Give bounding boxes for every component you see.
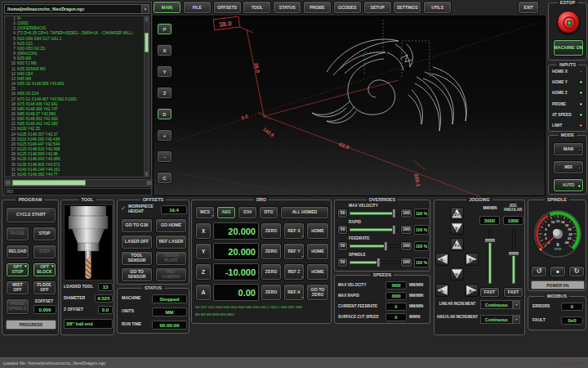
horizontal-scroll-thumb[interactable]: [12, 180, 86, 186]
home-y-button[interactable]: HOME: [306, 243, 329, 260]
vertical-scrollbar[interactable]: [144, 16, 149, 177]
mode-auto-button[interactable]: AUTO: [553, 178, 584, 192]
max-velocity-slider[interactable]: [350, 209, 399, 218]
axis-a-button[interactable]: A: [195, 284, 212, 301]
jog-linear-slider[interactable]: [484, 230, 496, 284]
vertical-scroll-thumb[interactable]: [145, 33, 149, 52]
view-button-d[interactable]: D: [157, 108, 172, 120]
view-button-x[interactable]: X: [157, 44, 172, 56]
slider-handle[interactable]: [392, 225, 396, 235]
go-to-sensor-button[interactable]: GO TO SENSOR: [121, 267, 153, 282]
ref-z-button[interactable]: REF Z▾: [283, 263, 305, 280]
home-x-button[interactable]: HOME: [306, 222, 329, 240]
ref-y-button[interactable]: REF Y▾: [283, 243, 305, 260]
horizontal-scrollbar[interactable]: [4, 179, 154, 186]
go-home-button[interactable]: GO HOME: [155, 218, 187, 233]
tab-main[interactable]: MAIN: [153, 1, 181, 14]
rapid-min-button[interactable]: 50: [337, 225, 348, 235]
view-button-p[interactable]: P: [157, 23, 172, 35]
opt-stop-button[interactable]: OPT STOP: [6, 263, 29, 277]
slider-handle[interactable]: [384, 241, 388, 251]
cycle-start-button[interactable]: CYCLE START: [6, 207, 56, 223]
view-button-minus[interactable]: -: [157, 150, 172, 163]
go-to-g30-button[interactable]: GO TO G30: [121, 218, 153, 233]
jog-xplus-button[interactable]: X+: [465, 253, 479, 266]
zero-y-button[interactable]: ZERO: [261, 243, 282, 260]
slider-handle[interactable]: [392, 209, 396, 218]
laser-off-button[interactable]: LASER OFF: [121, 235, 153, 249]
tab-gcodes[interactable]: GCODES: [333, 1, 362, 14]
jog-xminus-button[interactable]: X-: [435, 253, 449, 266]
tab-settings[interactable]: SETTINGS: [393, 1, 421, 14]
linear-increment-select[interactable]: Continuous: [480, 300, 513, 309]
exit-button[interactable]: EXIT: [518, 1, 539, 14]
mist-off-button[interactable]: MIST OFF: [6, 280, 29, 295]
dro-all-homed-button[interactable]: ALL HOMED: [280, 206, 329, 219]
rapid-slider[interactable]: [350, 225, 399, 235]
dro-g54-button[interactable]: G54: [238, 206, 257, 219]
jog-angular-slider[interactable]: [508, 230, 519, 284]
dro-abs-button[interactable]: ABS: [216, 206, 236, 219]
spindle-stop-button[interactable]: ■: [550, 266, 566, 277]
home-z-button[interactable]: HOME: [306, 263, 329, 280]
jog-zplus-button[interactable]: Z+: [450, 207, 464, 220]
angular-increment-select[interactable]: Continuous: [480, 315, 513, 324]
angular-increment-dropdown-icon[interactable]: ▾: [513, 315, 520, 324]
view-button-c[interactable]: C: [157, 172, 172, 184]
linear-increment-dropdown-icon[interactable]: ▾: [513, 300, 520, 309]
jog-yminus-button[interactable]: Y-: [450, 267, 464, 280]
slider-handle[interactable]: [376, 258, 381, 267]
axis-x-button[interactable]: X: [195, 222, 212, 240]
feedrate-min-button[interactable]: 50: [337, 241, 348, 251]
mdi-input[interactable]: MDI: [4, 188, 152, 195]
axis-z-button[interactable]: Z: [195, 263, 212, 280]
axis-y-button[interactable]: Y: [195, 243, 212, 260]
view-button-y[interactable]: Y: [157, 65, 172, 78]
tab-probe[interactable]: PROBE: [303, 1, 332, 14]
scroll-right-arrow[interactable]: [146, 180, 153, 186]
gcode-line[interactable]: 32N145 X149.382 Y44.77: [5, 173, 147, 177]
feedrate-max-button[interactable]: 100: [400, 241, 412, 251]
spindle-slider[interactable]: [350, 258, 399, 267]
zero-a-button[interactable]: ZERO: [261, 284, 282, 301]
feedrate-slider[interactable]: [350, 241, 399, 251]
max-velocity-max-button[interactable]: 100: [400, 209, 412, 218]
jog-yplus-button[interactable]: Y+: [450, 238, 464, 251]
view-button-z[interactable]: Z: [157, 87, 172, 99]
scroll-left-arrow[interactable]: [5, 180, 11, 186]
tab-status[interactable]: STATUS: [273, 1, 301, 14]
tool-sensor-button[interactable]: TOOL SENSOR: [121, 251, 153, 266]
spindle-reverse-button[interactable]: ↺: [531, 266, 547, 277]
rapid-max-button[interactable]: 100: [400, 225, 412, 235]
flood-off-button[interactable]: FLOOD OFF: [33, 280, 56, 295]
jog-aminus-button[interactable]: A-: [435, 284, 449, 297]
spindle-max-button[interactable]: 100: [400, 258, 412, 267]
go-to-zero-a-button[interactable]: GO TO ZERO: [306, 284, 329, 301]
spindle-forward-button[interactable]: ↻: [568, 266, 585, 277]
view-button-plus[interactable]: +: [157, 129, 172, 141]
opt-block-button[interactable]: OPT BLOCK: [33, 263, 56, 277]
ref-x-button[interactable]: REF X▾: [283, 222, 305, 240]
jog-linear-fast-button[interactable]: FAST: [479, 287, 500, 298]
tab-setup[interactable]: SETUP: [363, 1, 392, 14]
mode-mdi-button[interactable]: MDI: [553, 160, 584, 174]
max-velocity-min-button[interactable]: 50: [337, 209, 348, 218]
zero-z-button[interactable]: ZERO: [261, 263, 282, 280]
tab-tool[interactable]: TOOL: [243, 1, 271, 14]
jog-aplus-button[interactable]: A+: [465, 284, 479, 297]
file-path-dropdown-button[interactable]: ▾: [141, 4, 149, 14]
tab-utils[interactable]: UTILS: [423, 1, 452, 14]
gcode-listing[interactable]: 1%2(1002)3(JOKERSBACK)4(T2 D=6.35 CR=0. …: [4, 16, 148, 177]
scroll-up-arrow[interactable]: [145, 16, 149, 22]
scroll-down-arrow[interactable]: [145, 171, 149, 177]
mode-man-button[interactable]: MAN: [553, 142, 584, 156]
zero-x-button[interactable]: ZERO: [261, 222, 282, 240]
estop-button[interactable]: [557, 11, 580, 34]
stop-button[interactable]: STOP: [33, 227, 56, 241]
jog-zminus-button[interactable]: Z-: [450, 222, 464, 235]
reload-button[interactable]: RELOAD: [6, 245, 29, 259]
ref-a-button[interactable]: REF A▾: [283, 284, 305, 301]
jog-angular-fast-button[interactable]: FAST: [503, 287, 523, 298]
tab-file[interactable]: FILE: [183, 1, 212, 14]
dro-wcs-button[interactable]: WCS▾: [195, 206, 215, 219]
